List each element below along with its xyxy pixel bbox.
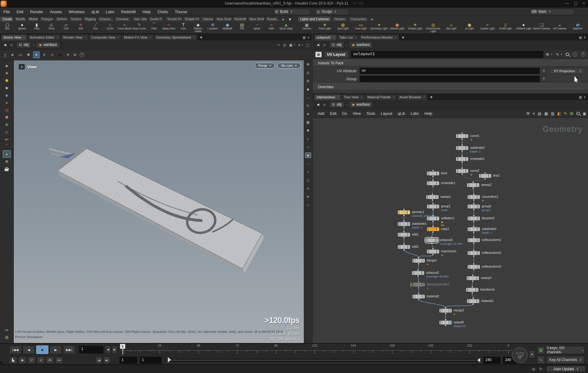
pane-menu-icon[interactable]: ▾ [307,36,309,40]
keyframe-display-icon[interactable]: −●− [55,356,63,364]
node-dissolve1[interactable]: dissolve1 [468,217,480,220]
net-search-icon[interactable] [576,112,580,115]
input-connector[interactable] [417,269,419,271]
menu-chofu[interactable]: Chofu [154,8,172,15]
output-connector[interactable] [432,254,434,255]
shelf-tool-font[interactable]: TFont [176,22,191,34]
tab-take-list[interactable]: Take List× [337,35,359,40]
group-field[interactable] [360,76,540,82]
shelf-tab-simple-fx[interactable]: Simple FX [182,16,200,22]
shelf-tool-area-light[interactable]: ▭Area Light [352,22,370,34]
tab-motion-fx-view[interactable]: Motion FX View× [122,35,153,40]
shelf-tool-switcher[interactable]: ⇄Switcher [569,22,587,34]
shelf-tool-metaball[interactable]: ◉Metaball [220,22,235,34]
playbar-handle[interactable] [168,357,171,363]
input-connector[interactable] [418,281,419,282]
input-connector[interactable] [403,243,405,245]
menu-thunar[interactable]: Thunar [172,8,191,15]
spinner-icon[interactable]: ▲▼ [334,10,336,13]
wireframe-icon[interactable]: ▦ [305,119,311,125]
shelf-tab-deform[interactable]: Deform [54,16,68,22]
shelf-tool-l-system[interactable]: ✻L-System [205,22,220,34]
display-flag[interactable] [450,321,452,325]
desktop-selector-sculpt[interactable]: ◎ Sculpt ▲▼ [315,9,349,15]
spinner-icon[interactable]: ▲▼ [576,367,578,371]
shelf-tool-vr-camera[interactable]: ◒VR Camera [551,22,569,34]
input-connector[interactable] [432,203,434,204]
node-matchsize1[interactable]: matchsize1⊕ [427,250,439,254]
shelf-tab-oceans[interactable]: Oceans [332,16,348,22]
tab-close-icon[interactable]: × [117,36,119,39]
shelf-tool-torus[interactable]: ◎Torus [44,22,59,34]
output-connector[interactable] [462,138,463,140]
key-all-channels-selector[interactable]: Key All Channels▲▼ [546,356,584,364]
output-connector[interactable] [473,243,474,244]
shelf-tool-distant-light[interactable]: ☀Distant Light [406,22,424,34]
torus-red-icon[interactable]: ◎ [3,106,11,114]
pane-layout-icon[interactable]: ▦ [579,95,582,99]
node-sweep3[interactable]: sweep3 [467,276,479,280]
tab-close-icon[interactable]: × [85,36,86,39]
pane-layout-icon[interactable]: ▦ [579,36,582,40]
field-dropdown-icon[interactable]: ▼ [541,68,547,74]
scene-viewport[interactable]: ➤ View Persp▼ No cam▼ >120.0fps 1.22ms 2… [14,60,304,343]
input-connector[interactable] [418,293,419,294]
shelf-tool-platonic-solids[interactable]: ◆Platonic Solids [191,22,205,34]
shelf-tab-guide-p-[interactable]: Guide P... [148,16,164,22]
template-icon[interactable]: ◻ [305,177,311,183]
shelf-tab-new-shelf[interactable]: New Shelf [214,16,232,22]
new-tab-icon[interactable]: + [198,35,205,40]
network-editor[interactable]: Geometry curve1⊕subdivide2Depth: 2resamp… [313,118,588,343]
shade-mode-icon-dropdown[interactable]: ▾ [294,43,295,46]
node-uvlayout1[interactable]: uvlayout1Coverage: 12.39% [426,238,438,242]
shelf-tool-path[interactable]: ⌒Path [147,22,161,34]
scoped-channels-icon[interactable]: ▥ [537,346,545,354]
color-palette-icon[interactable]: ◧ [557,111,561,116]
breadcrumb-root[interactable]: ⊡obj [329,101,344,108]
shelf-tab-create[interactable]: Create [0,16,13,22]
spinner-icon[interactable]: ▲▼ [579,70,581,73]
wire-resample1-to-sweep1[interactable] [432,186,433,194]
input-connector[interactable] [432,194,433,195]
breadcrumb-root[interactable]: ⊡obj [16,42,31,48]
network-box-icon[interactable]: ⊞ [570,111,573,116]
list-view-icon[interactable]: ≡ [533,111,535,116]
new-tab-icon[interactable]: + [399,35,407,40]
tab-close-icon[interactable]: × [393,96,394,99]
tab-close-icon[interactable]: × [361,96,362,99]
shaded-icon[interactable]: ◐ [305,136,311,141]
tab-composite-view[interactable]: Composite View× [89,35,121,40]
shelf-shelf-more-icon[interactable]: ▼ [286,17,293,22]
output-connector[interactable] [473,199,474,201]
section-overrides[interactable]: Overrides [313,83,588,90]
shelf-tool-spray-paint[interactable]: ✑Spray Paint [161,22,176,34]
tab-close-icon[interactable]: × [395,36,397,39]
node-uvlayout2[interactable]: uvlayout2Coverage: 66.06% [412,271,424,275]
tab-uvlayout1[interactable]: uvlayout1× [314,35,337,40]
auto-key-button[interactable]: AUTO [512,347,528,363]
snap-multi-icon[interactable]: # [41,51,48,58]
shelf-tab-kurata-[interactable]: Kurata... [265,16,280,22]
tab-asset-browser[interactable]: Asset Browser× [397,94,427,100]
output-connector[interactable] [403,249,405,251]
menu-render[interactable]: Render [27,8,47,15]
output-connector[interactable] [431,243,432,244]
pan-icon[interactable]: ✥ [305,62,311,67]
pane-menu-icon[interactable]: ▾ [584,36,586,40]
tab-close-icon[interactable]: × [337,96,339,99]
snap-grid-icon[interactable]: # [33,51,40,58]
motion-blur-icon[interactable]: ≈ [305,169,311,175]
output-connector[interactable] [473,209,474,210]
output-connector[interactable] [432,221,434,222]
menu-assets[interactable]: Assets [47,8,65,15]
follow-playbar-icon[interactable]: ▙ [9,356,17,364]
shelf-tool-tube[interactable]: ▮Tube [29,22,44,34]
input-connector[interactable] [472,286,473,288]
output-connector[interactable] [445,325,446,326]
output-connector[interactable] [432,176,434,177]
input-connector[interactable] [484,172,486,174]
forward-icon[interactable]: ▶ [9,42,14,47]
desktop-selector-build[interactable]: ⊞ Build ▲▼ [273,9,310,15]
input-connector[interactable] [473,237,474,238]
shelf-tool-line[interactable]: ╱Line [88,22,103,34]
